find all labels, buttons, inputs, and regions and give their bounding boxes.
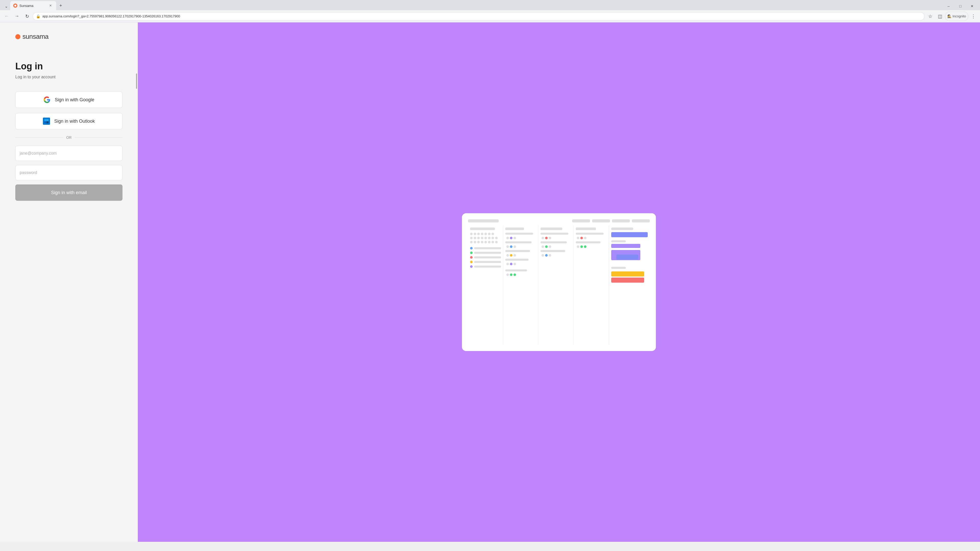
divider-text: OR — [66, 135, 72, 140]
email-signin-btn[interactable]: Sign in with email — [15, 184, 123, 201]
preview-header-bar-5 — [632, 219, 650, 222]
preview-header-bar-1 — [468, 219, 499, 222]
col2-bar3 — [505, 250, 530, 252]
outlook-btn-label: Sign in with Outlook — [54, 119, 95, 124]
main-content: sunsama Log in Log in to your account Si… — [0, 22, 980, 542]
task-purple — [470, 265, 501, 268]
col4-tag-2 — [576, 245, 607, 248]
col2-bar4 — [505, 259, 528, 261]
task-green — [470, 251, 501, 254]
preview-columns — [468, 225, 650, 345]
col3-bar1 — [541, 233, 568, 235]
password-input[interactable] — [15, 165, 123, 180]
scrollbar-thumb — [136, 73, 137, 89]
logo-icon — [15, 34, 21, 39]
logo-text: sunsama — [22, 33, 48, 41]
split-screen-btn[interactable]: ◫ — [935, 12, 945, 21]
tab-list-arrow[interactable]: ⌄ — [2, 2, 10, 10]
preview-col-1 — [468, 225, 503, 345]
cal-bar-1 — [611, 240, 626, 242]
col2-bar2 — [505, 241, 531, 243]
preview-header — [468, 219, 650, 222]
tab-title: Sunsama — [19, 4, 46, 8]
col4-tag-1 — [576, 237, 607, 239]
dots-row-3 — [470, 241, 501, 243]
svg-rect-2 — [47, 119, 49, 121]
col-4-header — [576, 227, 596, 230]
logo: sunsama — [15, 33, 123, 41]
logo-area: sunsama — [15, 33, 123, 41]
login-subtitle: Log in to your account — [15, 75, 123, 79]
col3-bar3 — [541, 250, 565, 252]
outlook-signin-btn[interactable]: Sign in with Outlook — [15, 113, 123, 129]
svg-rect-4 — [47, 121, 49, 123]
email-btn-label: Sign in with email — [51, 190, 87, 195]
cal-bar-2 — [611, 267, 626, 269]
menu-btn[interactable]: ⋮ — [969, 12, 978, 21]
new-tab-btn[interactable]: + — [57, 2, 64, 9]
back-btn[interactable]: ← — [2, 12, 11, 21]
col2-bar5 — [505, 269, 527, 272]
cal-event-yellow — [611, 272, 644, 276]
cal-event-2 — [611, 244, 640, 248]
minimize-btn[interactable]: – — [943, 2, 955, 10]
scrollbar[interactable] — [136, 22, 137, 542]
col3-tag-1 — [541, 237, 571, 239]
email-input[interactable] — [15, 146, 123, 161]
col4-bar2 — [576, 241, 600, 243]
login-panel: sunsama Log in Log in to your account Si… — [0, 22, 138, 542]
svg-rect-1 — [45, 119, 46, 121]
col-2-header — [505, 227, 524, 230]
nav-bar: ← → ↻ 🔒 app.sunsama.com/login?_ga=2.7559… — [0, 10, 980, 22]
maximize-btn[interactable]: □ — [955, 2, 966, 10]
incognito-label: Incognito — [953, 14, 966, 18]
task-blue — [470, 247, 501, 249]
preview-header-bar-4 — [612, 219, 630, 222]
svg-rect-3 — [45, 121, 46, 123]
login-title: Log in — [15, 61, 123, 72]
cal-event-red — [611, 278, 644, 283]
bookmark-btn[interactable]: ☆ — [926, 12, 935, 21]
col3-bar2 — [541, 241, 567, 243]
preview-col-3 — [538, 225, 574, 345]
profile-btn[interactable]: 🕵 Incognito — [945, 12, 968, 21]
address-bar[interactable]: 🔒 app.sunsama.com/login?_ga=2.75597981.9… — [33, 12, 924, 21]
url-text: app.sunsama.com/login?_ga=2.75597981.906… — [42, 14, 921, 18]
col3-tag-3 — [541, 254, 571, 257]
cal-event-4 — [616, 254, 638, 260]
forward-btn[interactable]: → — [12, 12, 21, 21]
incognito-icon: 🕵 — [947, 14, 951, 18]
tag-group-4 — [505, 263, 536, 265]
task-red — [470, 256, 501, 259]
google-icon — [43, 96, 51, 103]
preview-header-bar-3 — [592, 219, 610, 222]
google-btn-label: Sign in with Google — [55, 97, 94, 103]
col-3-header — [541, 227, 562, 230]
divider: OR — [15, 135, 123, 140]
tab-bar: ⌄ Sunsama ✕ + – □ ✕ — [0, 0, 980, 10]
cal-header — [611, 227, 633, 230]
dots-row-2 — [470, 237, 501, 239]
task-yellow — [470, 261, 501, 263]
active-tab[interactable]: Sunsama ✕ — [10, 1, 56, 10]
col4-bar1 — [576, 233, 604, 235]
col-1-header — [470, 227, 495, 230]
tab-favicon — [13, 3, 18, 8]
calendar-section — [609, 225, 650, 345]
google-signin-btn[interactable]: Sign in with Google — [15, 92, 123, 108]
tab-close-btn[interactable]: ✕ — [48, 3, 53, 8]
cal-stacked-1 — [611, 244, 648, 261]
preview-header-bar-2 — [572, 219, 590, 222]
tag-group-3 — [505, 254, 536, 257]
dots-row-1 — [470, 233, 501, 235]
col2-bar1 — [505, 233, 533, 235]
preview-col-2 — [503, 225, 538, 345]
cal-event-1 — [611, 232, 648, 237]
tag-group-2 — [505, 245, 536, 248]
reload-btn[interactable]: ↻ — [22, 12, 32, 21]
close-btn[interactable]: ✕ — [966, 2, 978, 10]
browser-chrome: ⌄ Sunsama ✕ + – □ ✕ ← → ↻ 🔒 app.sunsama.… — [0, 0, 980, 22]
right-panel — [138, 22, 980, 542]
secure-icon: 🔒 — [36, 14, 40, 18]
outlook-icon — [43, 118, 50, 125]
